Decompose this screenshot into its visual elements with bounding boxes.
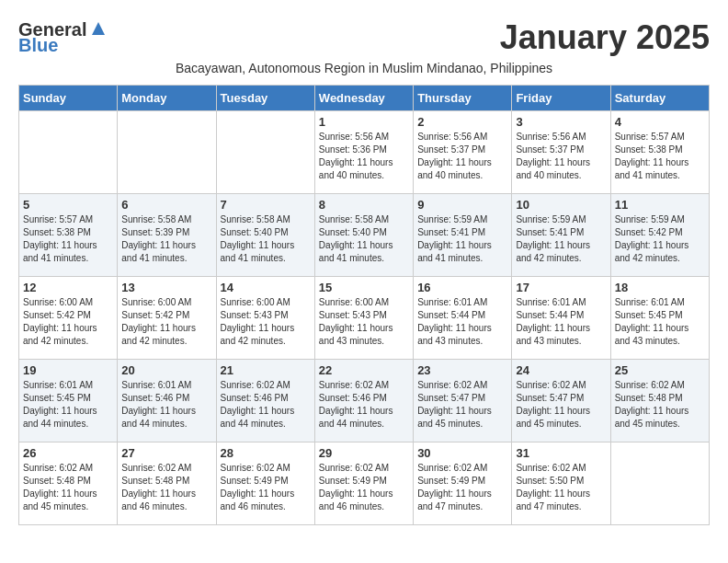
day-info: Sunrise: 5:58 AMSunset: 5:40 PMDaylight:… — [221, 213, 311, 265]
day-number: 26 — [23, 446, 113, 460]
day-number: 11 — [615, 198, 705, 212]
day-number: 17 — [516, 281, 606, 294]
logo-triangle-icon — [88, 18, 108, 39]
calendar-subtitle: Bacayawan, Autonomous Region in Muslim M… — [18, 61, 710, 75]
calendar-cell: 8Sunrise: 5:58 AMSunset: 5:40 PMDaylight… — [314, 194, 413, 277]
day-info: Sunrise: 6:02 AMSunset: 5:49 PMDaylight:… — [417, 462, 507, 513]
day-number: 15 — [319, 281, 409, 294]
calendar-cell — [610, 442, 709, 525]
day-info: Sunrise: 6:00 AMSunset: 5:42 PMDaylight:… — [121, 296, 211, 348]
calendar-cell: 23Sunrise: 6:02 AMSunset: 5:47 PMDayligh… — [414, 360, 512, 442]
day-info: Sunrise: 6:02 AMSunset: 5:47 PMDaylight:… — [516, 379, 606, 431]
day-info: Sunrise: 6:01 AMSunset: 5:46 PMDaylight:… — [121, 379, 211, 431]
day-number: 2 — [417, 115, 507, 129]
day-info: Sunrise: 6:01 AMSunset: 5:44 PMDaylight:… — [417, 296, 507, 348]
weekday-header-monday: Monday — [118, 86, 216, 111]
page-header: General Blue January 2025 — [18, 18, 710, 57]
day-number: 25 — [615, 363, 705, 377]
calendar-cell: 11Sunrise: 5:59 AMSunset: 5:42 PMDayligh… — [610, 194, 709, 277]
day-number: 29 — [319, 446, 409, 460]
calendar-week-5: 26Sunrise: 6:02 AMSunset: 5:48 PMDayligh… — [19, 442, 710, 525]
calendar-cell: 30Sunrise: 6:02 AMSunset: 5:49 PMDayligh… — [414, 442, 512, 525]
logo-blue-text: Blue — [18, 35, 58, 56]
day-info: Sunrise: 6:01 AMSunset: 5:45 PMDaylight:… — [615, 296, 705, 348]
day-info: Sunrise: 6:00 AMSunset: 5:43 PMDaylight:… — [319, 296, 409, 348]
calendar-cell: 16Sunrise: 6:01 AMSunset: 5:44 PMDayligh… — [414, 277, 512, 360]
weekday-header-thursday: Thursday — [414, 86, 512, 111]
calendar-cell: 25Sunrise: 6:02 AMSunset: 5:48 PMDayligh… — [610, 360, 709, 442]
calendar-week-3: 12Sunrise: 6:00 AMSunset: 5:42 PMDayligh… — [19, 277, 710, 360]
day-info: Sunrise: 6:02 AMSunset: 5:48 PMDaylight:… — [615, 379, 705, 431]
day-number: 10 — [516, 198, 606, 212]
calendar-cell: 9Sunrise: 5:59 AMSunset: 5:41 PMDaylight… — [414, 194, 512, 277]
day-number: 4 — [615, 115, 705, 129]
day-number: 20 — [121, 363, 211, 377]
day-number: 14 — [221, 281, 311, 294]
day-info: Sunrise: 6:01 AMSunset: 5:45 PMDaylight:… — [23, 379, 113, 431]
day-number: 7 — [221, 198, 311, 212]
calendar-cell: 15Sunrise: 6:00 AMSunset: 5:43 PMDayligh… — [314, 277, 413, 360]
day-number: 8 — [319, 198, 409, 212]
calendar-cell: 13Sunrise: 6:00 AMSunset: 5:42 PMDayligh… — [118, 277, 216, 360]
calendar-cell: 26Sunrise: 6:02 AMSunset: 5:48 PMDayligh… — [19, 442, 118, 525]
day-info: Sunrise: 6:02 AMSunset: 5:46 PMDaylight:… — [221, 379, 311, 431]
weekday-header-tuesday: Tuesday — [216, 86, 314, 111]
day-number: 6 — [121, 198, 211, 212]
day-info: Sunrise: 6:02 AMSunset: 5:48 PMDaylight:… — [23, 462, 113, 513]
day-number: 12 — [23, 281, 113, 294]
day-number: 5 — [23, 198, 113, 212]
day-number: 19 — [23, 363, 113, 377]
day-number: 3 — [516, 115, 606, 129]
day-number: 23 — [417, 363, 507, 377]
day-info: Sunrise: 6:02 AMSunset: 5:47 PMDaylight:… — [417, 379, 507, 431]
weekday-header-sunday: Sunday — [19, 86, 118, 111]
day-info: Sunrise: 5:59 AMSunset: 5:41 PMDaylight:… — [516, 213, 606, 265]
calendar-cell: 14Sunrise: 6:00 AMSunset: 5:43 PMDayligh… — [216, 277, 314, 360]
day-info: Sunrise: 5:57 AMSunset: 5:38 PMDaylight:… — [615, 131, 705, 182]
svg-marker-0 — [92, 22, 105, 35]
calendar-week-2: 5Sunrise: 5:57 AMSunset: 5:38 PMDaylight… — [19, 194, 710, 277]
weekday-header-friday: Friday — [512, 86, 610, 111]
calendar-cell: 22Sunrise: 6:02 AMSunset: 5:46 PMDayligh… — [314, 360, 413, 442]
calendar-cell: 12Sunrise: 6:00 AMSunset: 5:42 PMDayligh… — [19, 277, 118, 360]
calendar-cell: 7Sunrise: 5:58 AMSunset: 5:40 PMDaylight… — [216, 194, 314, 277]
day-info: Sunrise: 5:56 AMSunset: 5:37 PMDaylight:… — [516, 131, 606, 182]
calendar-cell: 20Sunrise: 6:01 AMSunset: 5:46 PMDayligh… — [118, 360, 216, 442]
day-info: Sunrise: 5:58 AMSunset: 5:40 PMDaylight:… — [319, 213, 409, 265]
logo: General Blue — [18, 19, 108, 56]
day-info: Sunrise: 5:56 AMSunset: 5:36 PMDaylight:… — [319, 131, 409, 182]
calendar-cell: 5Sunrise: 5:57 AMSunset: 5:38 PMDaylight… — [19, 194, 118, 277]
day-number: 22 — [319, 363, 409, 377]
calendar-cell: 21Sunrise: 6:02 AMSunset: 5:46 PMDayligh… — [216, 360, 314, 442]
day-number: 18 — [615, 281, 705, 294]
day-info: Sunrise: 5:59 AMSunset: 5:42 PMDaylight:… — [615, 213, 705, 265]
day-info: Sunrise: 6:02 AMSunset: 5:48 PMDaylight:… — [121, 462, 211, 513]
day-info: Sunrise: 6:02 AMSunset: 5:49 PMDaylight:… — [319, 462, 409, 513]
day-number: 21 — [221, 363, 311, 377]
day-info: Sunrise: 5:56 AMSunset: 5:37 PMDaylight:… — [417, 131, 507, 182]
calendar-cell: 29Sunrise: 6:02 AMSunset: 5:49 PMDayligh… — [314, 442, 413, 525]
weekday-header-row: SundayMondayTuesdayWednesdayThursdayFrid… — [19, 86, 710, 111]
day-info: Sunrise: 6:00 AMSunset: 5:42 PMDaylight:… — [23, 296, 113, 348]
day-number: 16 — [417, 281, 507, 294]
weekday-header-saturday: Saturday — [610, 86, 709, 111]
calendar-cell: 17Sunrise: 6:01 AMSunset: 5:44 PMDayligh… — [512, 277, 610, 360]
day-info: Sunrise: 6:02 AMSunset: 5:50 PMDaylight:… — [516, 462, 606, 513]
calendar-cell: 3Sunrise: 5:56 AMSunset: 5:37 PMDaylight… — [512, 111, 610, 194]
calendar-cell — [216, 111, 314, 194]
calendar-week-1: 1Sunrise: 5:56 AMSunset: 5:36 PMDaylight… — [19, 111, 710, 194]
calendar-cell: 31Sunrise: 6:02 AMSunset: 5:50 PMDayligh… — [512, 442, 610, 525]
day-info: Sunrise: 6:02 AMSunset: 5:49 PMDaylight:… — [221, 462, 311, 513]
day-number: 28 — [221, 446, 311, 460]
calendar-cell: 28Sunrise: 6:02 AMSunset: 5:49 PMDayligh… — [216, 442, 314, 525]
calendar-cell — [118, 111, 216, 194]
day-number: 9 — [417, 198, 507, 212]
day-number: 24 — [516, 363, 606, 377]
day-info: Sunrise: 6:00 AMSunset: 5:43 PMDaylight:… — [221, 296, 311, 348]
day-info: Sunrise: 5:58 AMSunset: 5:39 PMDaylight:… — [121, 213, 211, 265]
day-info: Sunrise: 6:01 AMSunset: 5:44 PMDaylight:… — [516, 296, 606, 348]
calendar-cell: 10Sunrise: 5:59 AMSunset: 5:41 PMDayligh… — [512, 194, 610, 277]
day-number: 30 — [417, 446, 507, 460]
day-number: 1 — [319, 115, 409, 129]
calendar-cell: 6Sunrise: 5:58 AMSunset: 5:39 PMDaylight… — [118, 194, 216, 277]
